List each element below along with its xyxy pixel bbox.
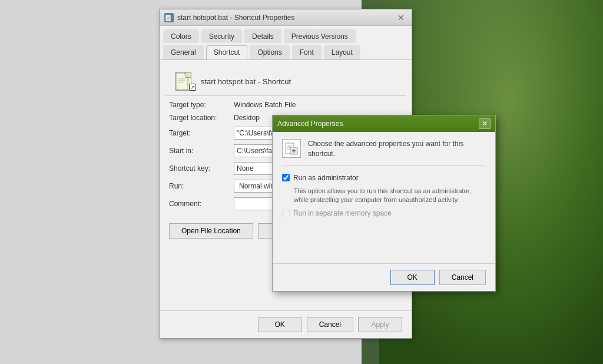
- target-type-value: Windows Batch File: [234, 101, 296, 109]
- run-in-separate-memory-checkbox[interactable]: [282, 210, 290, 217]
- tab-colors[interactable]: Colors: [163, 29, 199, 43]
- run-as-admin-label: Run as administrator: [293, 174, 359, 182]
- tab-shortcut[interactable]: Shortcut: [206, 45, 248, 59]
- target-location-value: Desktop: [234, 114, 260, 122]
- shortcut-arrow-badge: ↗: [189, 84, 196, 91]
- apply-button[interactable]: Apply: [358, 317, 402, 332]
- target-label: Target:: [169, 129, 234, 137]
- dialog-footer: OK Cancel: [273, 263, 495, 291]
- window-footer: OK Cancel Apply: [160, 310, 412, 338]
- shortcut-key-label: Shortcut key:: [169, 164, 234, 173]
- tab-font[interactable]: Font: [292, 45, 322, 59]
- open-file-location-button[interactable]: Open File Location: [169, 223, 253, 239]
- dialog-header-icon: [282, 139, 301, 158]
- shortcut-display-name: start hotspot.bat - Shortcut: [201, 77, 291, 86]
- run-in-separate-memory-label: Run in separate memory space: [293, 209, 392, 217]
- run-as-admin-row: Run as administrator: [282, 174, 486, 182]
- dialog-cancel-button[interactable]: Cancel: [439, 270, 486, 285]
- window-icon: [164, 13, 174, 22]
- window-titlebar: start hotspot.bat - Shortcut Properties …: [160, 9, 412, 26]
- shortcut-header: ↗ start hotspot.bat - Shortcut: [165, 65, 406, 96]
- run-as-admin-description: This option allows you to run this short…: [294, 187, 486, 205]
- tab-details[interactable]: Details: [244, 29, 281, 43]
- dialog-title: Advanced Properties: [277, 120, 343, 128]
- target-type-row: Target type: Windows Batch File: [169, 101, 402, 109]
- shortcut-file-icon: ↗: [175, 72, 194, 91]
- advanced-properties-dialog: Advanced Properties ✕ Choose the advance…: [272, 115, 496, 292]
- titlebar-left: start hotspot.bat - Shortcut Properties: [164, 13, 294, 22]
- target-type-label: Target type:: [169, 101, 234, 109]
- tab-layout[interactable]: Layout: [324, 45, 360, 59]
- dialog-ok-button[interactable]: OK: [390, 270, 435, 285]
- run-label: Run:: [169, 182, 234, 190]
- dialog-close-button[interactable]: ✕: [479, 118, 491, 129]
- window-title: start hotspot.bat - Shortcut Properties: [177, 14, 294, 22]
- tab-options[interactable]: Options: [250, 45, 289, 59]
- tab-security[interactable]: Security: [201, 29, 242, 43]
- dialog-header-row: Choose the advanced properties you want …: [282, 139, 486, 166]
- dialog-content: Choose the advanced properties you want …: [273, 132, 495, 229]
- window-close-button[interactable]: ✕: [395, 12, 407, 23]
- run-as-admin-checkbox[interactable]: [282, 174, 290, 181]
- tab-general[interactable]: General: [163, 45, 204, 59]
- ok-button[interactable]: OK: [258, 317, 302, 332]
- tab-previous-versions[interactable]: Previous Versions: [284, 29, 356, 43]
- run-in-separate-memory-row: Run in separate memory space: [282, 209, 486, 217]
- dialog-titlebar: Advanced Properties ✕: [273, 115, 495, 132]
- svg-rect-5: [176, 73, 188, 90]
- comment-label: Comment:: [169, 200, 234, 208]
- target-location-label: Target location:: [169, 114, 234, 122]
- cancel-button[interactable]: Cancel: [307, 317, 353, 332]
- dialog-header-text: Choose the advanced properties you want …: [308, 139, 486, 159]
- start-in-label: Start in:: [169, 147, 234, 155]
